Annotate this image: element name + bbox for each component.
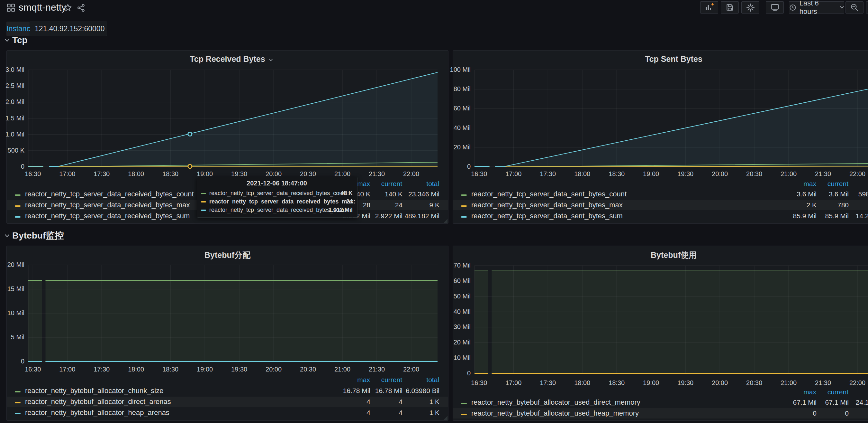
chevron-down-icon: [840, 6, 844, 9]
legend-value-total: 1 K: [388, 407, 439, 418]
series-color-dash: [15, 413, 21, 414]
row-header-tcp[interactable]: Tcp: [4, 35, 28, 46]
tooltip-series-row: reactor_netty_tcp_server_data_received_b…: [201, 197, 353, 206]
dashboard-settings-button[interactable]: [741, 1, 760, 13]
x-axis-label: 18:30: [602, 170, 631, 178]
legend-series-name[interactable]: reactor_netty_bytebuf_allocator_used_hea…: [471, 409, 639, 417]
time-range-picker[interactable]: Last 6 hours: [789, 1, 844, 13]
series-color-dash: [201, 209, 206, 211]
panel-resize-handle[interactable]: [444, 416, 447, 420]
series-color-dash: [461, 216, 467, 218]
x-axis-label: 17:00: [499, 379, 528, 387]
x-axis-label: 20:30: [740, 379, 769, 387]
x-axis-label: 20:30: [293, 366, 322, 373]
x-axis-label: 17:00: [53, 170, 82, 178]
y-axis-label: 40 Mil: [454, 308, 471, 315]
x-axis-label: 21:30: [362, 170, 391, 178]
refresh-button[interactable]: [866, 1, 868, 13]
legend-series-name[interactable]: reactor_netty_bytebuf_allocator_used_dir…: [471, 398, 641, 406]
x-axis-label: 16:30: [18, 170, 47, 178]
legend-series-name[interactable]: reactor_netty_tcp_server_data_received_b…: [25, 201, 190, 209]
legend-series-name[interactable]: reactor_netty_tcp_server_data_sent_bytes…: [471, 212, 623, 220]
zoom-out-button[interactable]: [845, 1, 864, 13]
x-axis-label: 21:00: [328, 366, 357, 373]
panel-bytebuf-used: Bytebuf使用 010 Mil20 Mil30 Mil40 Mil50 Mi…: [453, 246, 868, 421]
y-axis-label: 0: [467, 163, 471, 170]
legend-series-name[interactable]: reactor_netty_tcp_server_data_sent_bytes…: [471, 190, 626, 198]
cycle-view-mode-button[interactable]: [766, 1, 784, 13]
top-navbar: smqtt-netty: [0, 0, 868, 16]
x-axis-label: 17:30: [87, 366, 116, 373]
grafana-dashboard: smqtt-netty: [0, 0, 868, 423]
chevron-down-icon: [4, 39, 10, 42]
tooltip-series-value: 1.012 Mil: [329, 206, 353, 214]
x-axis-label: 17:30: [533, 170, 562, 178]
x-axis-label: 22:00: [843, 170, 868, 178]
x-axis-label: 21:30: [808, 170, 837, 178]
series-color-dash: [201, 193, 206, 194]
legend-row: reactor_netty_tcp_server_data_sent_bytes…: [453, 200, 868, 210]
legend-column-total[interactable]: total: [388, 376, 439, 384]
chart-labels: 010 Mil20 Mil30 Mil40 Mil50 Mil60 Mil70 …: [453, 246, 868, 420]
series-color-dash: [15, 205, 21, 207]
legend-row: reactor_netty_bytebuf_allocator_chunk_si…: [7, 386, 448, 396]
x-axis-label: 20:00: [705, 379, 734, 387]
x-axis-label: 20:30: [740, 170, 769, 178]
legend-series-name[interactable]: reactor_netty_tcp_server_data_sent_bytes…: [471, 201, 623, 209]
legend-value-total: 23.346 Mil: [388, 189, 439, 199]
series-color-dash: [461, 194, 467, 196]
tooltip-timestamp: 2021-12-06 18:47:00: [201, 180, 353, 187]
x-axis-label: 19:00: [190, 366, 219, 373]
x-axis-label: 19:30: [671, 379, 700, 387]
star-icon[interactable]: [64, 3, 72, 13]
time-range-label: Last 6 hours: [800, 0, 837, 16]
tooltip-series-name: reactor_netty_tcp_server_data_received_b…: [209, 190, 349, 196]
row-header-bytebuf[interactable]: Bytebuf监控: [4, 230, 64, 241]
y-axis-label: 30 Mil: [454, 323, 471, 331]
legend-series-name[interactable]: reactor_netty_bytebuf_allocator_direct_a…: [25, 398, 171, 405]
x-axis-label: 18:00: [568, 170, 597, 178]
legend-column-total[interactable]: total: [388, 180, 439, 188]
legend-series-name[interactable]: reactor_netty_tcp_server_data_received_b…: [25, 212, 190, 220]
legend-column-total[interactable]: total: [834, 180, 868, 188]
y-axis-label: 20 Mil: [7, 261, 25, 269]
chart-labels: 020 Mil40 Mil60 Mil80 Mil100 Mil16:3017:…: [453, 51, 868, 223]
legend-row: reactor_netty_tcp_server_data_sent_bytes…: [453, 211, 868, 221]
y-axis-label: 20 Mil: [454, 339, 471, 346]
add-panel-button[interactable]: [700, 1, 718, 13]
x-axis-label: 16:30: [465, 170, 494, 178]
x-axis-label: 17:00: [53, 366, 82, 373]
legend-column-total[interactable]: total: [834, 388, 868, 396]
legend-value-current: 0: [797, 408, 849, 419]
save-dashboard-button[interactable]: [721, 1, 739, 13]
x-axis-label: 17:30: [87, 170, 116, 178]
legend-value-total: 9 K: [388, 200, 439, 210]
y-axis-label: 2.5 Mil: [5, 82, 25, 89]
panel-resize-handle[interactable]: [444, 219, 447, 223]
y-axis-label: 100 Mil: [450, 66, 471, 74]
y-axis-label: 10 Mil: [7, 309, 25, 317]
y-axis-label: 60 Mil: [454, 277, 471, 285]
legend-value-total: 6.03980 Bil: [388, 386, 439, 396]
dashboard-grid-icon[interactable]: [6, 3, 16, 13]
legend-row: reactor_netty_tcp_server_data_sent_bytes…: [453, 189, 868, 199]
dashboard-title[interactable]: smqtt-netty: [19, 2, 66, 13]
x-axis-label: 18:00: [122, 366, 151, 373]
series-color-dash: [461, 403, 467, 404]
x-axis-label: 22:00: [843, 379, 868, 387]
x-axis-label: 18:00: [568, 379, 597, 387]
panel-bytebuf-alloc: Bytebuf分配 05 Mil10 Mil15 Mil20 Mil16:301…: [6, 246, 448, 421]
legend-series-name[interactable]: reactor_netty_bytebuf_allocator_heap_are…: [25, 408, 169, 417]
x-axis-label: 18:30: [602, 379, 631, 387]
legend-value-total: 14.286 Bil: [834, 211, 868, 221]
legend-series-name[interactable]: reactor_netty_tcp_server_data_received_b…: [25, 190, 194, 198]
legend-series-name[interactable]: reactor_netty_bytebuf_allocator_chunk_si…: [25, 387, 164, 395]
y-axis-label: 50 Mil: [454, 292, 471, 300]
panel-tcp-sent-bytes: Tcp Sent Bytes 020 Mil40 Mil60 Mil80 Mil…: [453, 50, 868, 224]
row-title: Tcp: [12, 35, 28, 46]
tooltip-series-name: reactor_netty_tcp_server_data_received_b…: [209, 207, 346, 213]
share-icon[interactable]: [77, 4, 85, 13]
chart-labels: 05 Mil10 Mil15 Mil20 Mil16:3017:0017:301…: [7, 246, 448, 420]
instance-dropdown[interactable]: 121.40.92.152:60000: [30, 22, 107, 36]
x-axis-label: 16:30: [18, 366, 47, 373]
